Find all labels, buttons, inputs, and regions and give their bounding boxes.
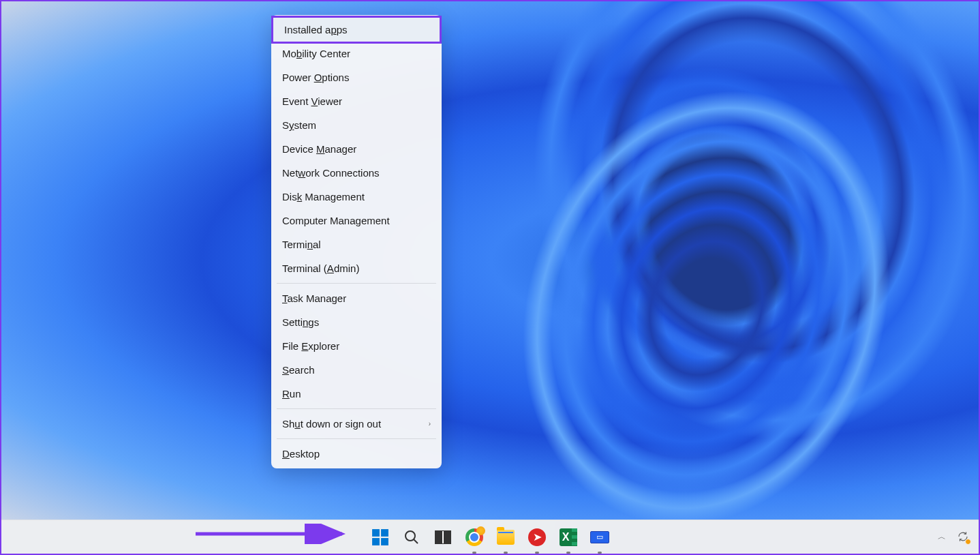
menu-item-task-manager[interactable]: Task Manager [271,286,442,310]
run-app-icon[interactable] [590,528,609,547]
onedrive-sync-icon[interactable] [957,530,970,544]
mail-glyph: ➤ [533,530,542,543]
menu-item-label: System [282,119,316,131]
svg-rect-2 [372,529,380,537]
menu-item-label: Power Options [282,72,349,83]
annotation-arrow [192,524,356,544]
menu-item-label: Network Connections [282,167,380,179]
menu-item-run[interactable]: Run [271,382,442,406]
chevron-right-icon: › [429,420,431,427]
menu-item-device-manager[interactable]: Device Manager [271,137,442,161]
menu-item-settings[interactable]: Settings [271,310,442,334]
menu-item-label: Mobility Center [282,48,350,59]
menu-item-file-explorer[interactable]: File Explorer [271,334,442,358]
menu-item-installed-apps[interactable]: Installed apps [271,16,442,44]
menu-item-desktop[interactable]: Desktop [271,442,442,466]
svg-rect-3 [381,529,388,537]
menu-item-label: Terminal [282,239,321,250]
menu-item-label: Run [282,388,301,400]
menu-item-label: Computer Management [282,215,390,226]
menu-item-shut-down-or-sign-out[interactable]: Shut down or sign out› [271,412,442,436]
menu-item-power-options[interactable]: Power Options [271,65,442,89]
menu-item-network-connections[interactable]: Network Connections [271,161,442,185]
menu-item-label: Device Manager [282,143,356,155]
svg-line-7 [414,539,418,543]
file-explorer-app-icon[interactable] [496,528,515,547]
menu-item-system[interactable]: System [271,113,442,137]
menu-item-label: Desktop [282,448,320,460]
mail-app-icon[interactable]: ➤ [527,528,547,547]
menu-item-label: Event Viewer [282,95,342,107]
menu-item-label: Search [282,364,315,376]
search-button[interactable] [402,528,421,547]
menu-separator [277,408,436,409]
menu-item-disk-management[interactable]: Disk Management [271,185,442,209]
system-tray: ︿ [938,530,970,544]
menu-item-search[interactable]: Search [271,358,442,382]
menu-item-label: Shut down or sign out [282,418,381,430]
start-button[interactable] [371,528,390,547]
menu-item-label: Task Manager [282,292,346,304]
excel-letter: X [562,531,570,543]
winx-context-menu: Installed appsMobility CenterPower Optio… [271,15,442,468]
svg-rect-5 [381,538,388,545]
menu-item-label: Settings [282,316,319,328]
menu-separator [277,438,436,439]
taskbar-center: ➤ X [371,528,609,547]
svg-rect-4 [372,538,380,545]
menu-item-label: File Explorer [282,340,339,352]
chrome-app-icon[interactable] [465,528,484,547]
menu-item-terminal-admin[interactable]: Terminal (Admin) [271,256,442,280]
task-view-button[interactable] [433,528,453,547]
menu-item-label: Terminal (Admin) [282,262,359,274]
menu-item-label: Disk Management [282,191,365,202]
menu-item-terminal[interactable]: Terminal [271,232,442,256]
desktop-wallpaper[interactable] [1,1,979,520]
svg-point-6 [405,531,415,541]
menu-item-mobility-center[interactable]: Mobility Center [271,42,442,65]
menu-item-computer-management[interactable]: Computer Management [271,209,442,232]
tray-overflow-chevron-icon[interactable]: ︿ [938,531,946,543]
menu-separator [277,283,436,284]
excel-app-icon[interactable]: X [559,528,578,547]
taskbar: ➤ X ︿ [1,520,979,554]
menu-item-event-viewer[interactable]: Event Viewer [271,89,442,113]
menu-item-label: Installed apps [284,24,348,35]
